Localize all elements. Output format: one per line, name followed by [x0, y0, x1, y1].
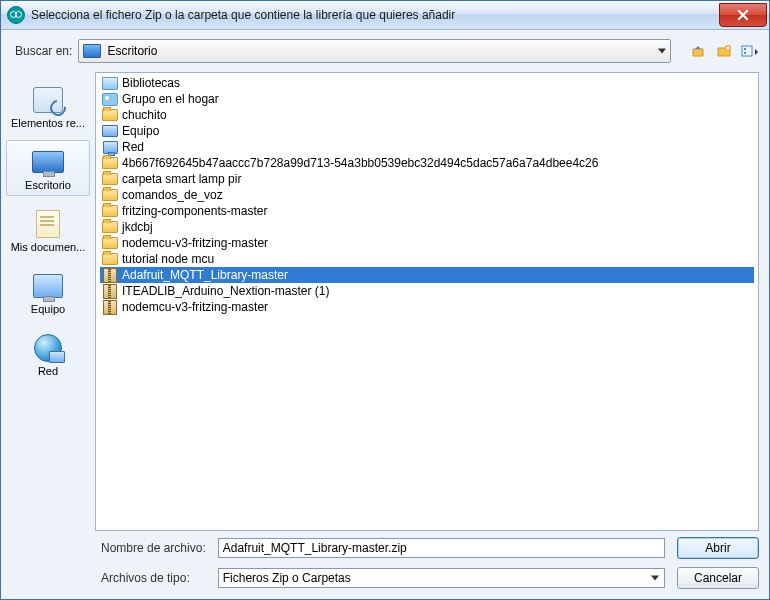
zip-icon [102, 300, 118, 314]
file-row[interactable]: 4b667f692645b47aaccc7b728a99d713-54a3bb0… [100, 155, 754, 171]
arduino-app-icon [7, 6, 25, 24]
titlebar: Selecciona el fichero Zip o la carpeta q… [1, 1, 769, 30]
filename-label: Nombre de archivo: [101, 541, 206, 555]
toolbar-icons [689, 42, 759, 60]
file-row[interactable]: Grupo en el hogar [100, 91, 754, 107]
look-in-label: Buscar en: [15, 44, 72, 58]
file-row[interactable]: jkdcbj [100, 219, 754, 235]
filetype-value[interactable] [218, 568, 665, 588]
file-row[interactable]: comandos_de_voz [100, 187, 754, 203]
places-item-label: Elementos re... [9, 117, 87, 129]
open-button[interactable]: Abrir [677, 537, 759, 559]
file-name: chuchito [122, 108, 167, 122]
dialog-body: Elementos re...EscritorioMis documen...E… [1, 72, 769, 531]
zip-icon [102, 284, 118, 298]
group-icon [102, 92, 118, 106]
places-item-computer[interactable]: Equipo [6, 264, 90, 320]
file-dialog-window: Selecciona el fichero Zip o la carpeta q… [0, 0, 770, 600]
net-icon [31, 333, 65, 363]
file-name: Adafruit_MQTT_Library-master [122, 268, 288, 282]
places-item-net[interactable]: Red [6, 326, 90, 382]
cancel-button[interactable]: Cancelar [677, 567, 759, 589]
up-one-level-icon[interactable] [689, 42, 707, 60]
computer-icon [102, 124, 118, 138]
network-icon [102, 140, 118, 154]
file-name: 4b667f692645b47aaccc7b728a99d713-54a3bb0… [122, 156, 598, 170]
places-item-label: Mis documen... [9, 241, 87, 253]
file-name: fritzing-components-master [122, 204, 267, 218]
svg-rect-3 [744, 52, 746, 54]
computer-icon [31, 271, 65, 301]
folder-icon [102, 172, 118, 186]
filetype-dropdown[interactable] [218, 568, 665, 588]
folder-icon [102, 204, 118, 218]
file-row[interactable]: nodemcu-v3-fritzing-master [100, 299, 754, 315]
folder-icon [102, 108, 118, 122]
folder-icon [102, 252, 118, 266]
desktop-icon [83, 44, 101, 58]
places-item-docs[interactable]: Mis documen... [6, 202, 90, 258]
file-row[interactable]: nodemcu-v3-fritzing-master [100, 235, 754, 251]
file-row[interactable]: tutorial node mcu [100, 251, 754, 267]
bottom-panel: Nombre de archivo: Abrir Archivos de tip… [1, 531, 769, 599]
file-name: comandos_de_voz [122, 188, 223, 202]
recent-icon [31, 85, 65, 115]
file-name: nodemcu-v3-fritzing-master [122, 300, 268, 314]
folder-icon [102, 156, 118, 170]
file-row[interactable]: ITEADLIB_Arduino_Nextion-master (1) [100, 283, 754, 299]
file-name: Equipo [122, 124, 159, 138]
places-bar: Elementos re...EscritorioMis documen...E… [1, 72, 95, 531]
look-in-dropdown[interactable]: Escritorio [78, 39, 671, 63]
file-name: carpeta smart lamp pir [122, 172, 241, 186]
new-folder-icon[interactable] [715, 42, 733, 60]
file-name: Red [122, 140, 144, 154]
file-row[interactable]: fritzing-components-master [100, 203, 754, 219]
places-item-label: Escritorio [9, 179, 87, 191]
folder-icon [102, 220, 118, 234]
filetype-label: Archivos de tipo: [101, 571, 206, 585]
folder-icon [102, 236, 118, 250]
file-list-pane[interactable]: BibliotecasGrupo en el hogarchuchitoEqui… [95, 72, 759, 531]
look-in-value: Escritorio [107, 44, 157, 58]
close-button[interactable] [719, 3, 767, 27]
file-name: jkdcbj [122, 220, 153, 234]
places-item-label: Equipo [9, 303, 87, 315]
view-menu-icon[interactable] [741, 42, 759, 60]
places-item-monitor[interactable]: Escritorio [6, 140, 90, 196]
file-row[interactable]: Adafruit_MQTT_Library-master [100, 267, 754, 283]
file-name: ITEADLIB_Arduino_Nextion-master (1) [122, 284, 329, 298]
file-row[interactable]: Red [100, 139, 754, 155]
file-row[interactable]: chuchito [100, 107, 754, 123]
file-row[interactable]: Equipo [100, 123, 754, 139]
svg-rect-2 [744, 48, 746, 50]
places-item-recent[interactable]: Elementos re... [6, 78, 90, 134]
filename-input[interactable] [218, 538, 665, 558]
toolbar: Buscar en: Escritorio [1, 30, 769, 72]
file-name: Bibliotecas [122, 76, 180, 90]
file-row[interactable]: Bibliotecas [100, 75, 754, 91]
lib-icon [102, 76, 118, 90]
svg-rect-1 [742, 46, 752, 56]
chevron-down-icon [658, 49, 666, 54]
file-name: nodemcu-v3-fritzing-master [122, 236, 268, 250]
file-name: Grupo en el hogar [122, 92, 219, 106]
file-row[interactable]: carpeta smart lamp pir [100, 171, 754, 187]
docs-icon [31, 209, 65, 239]
file-name: tutorial node mcu [122, 252, 214, 266]
monitor-icon [31, 147, 65, 177]
places-item-label: Red [9, 365, 87, 377]
zip-icon [102, 268, 118, 282]
folder-icon [102, 188, 118, 202]
window-title: Selecciona el fichero Zip o la carpeta q… [31, 8, 719, 22]
file-list: BibliotecasGrupo en el hogarchuchitoEqui… [96, 73, 758, 317]
close-icon [737, 9, 749, 21]
